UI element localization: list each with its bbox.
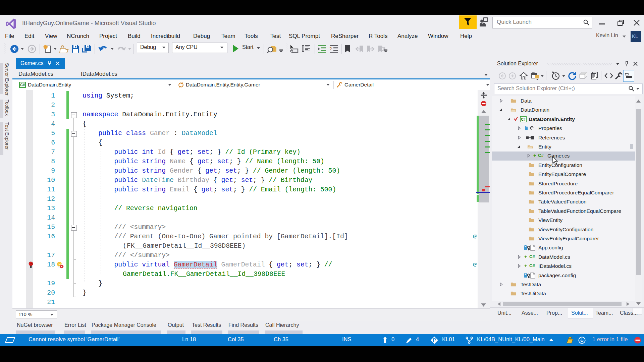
svg-text:?: ?: [329, 46, 332, 51]
svg-text:C#: C#: [20, 83, 25, 87]
svg-text:C#: C#: [521, 117, 526, 121]
